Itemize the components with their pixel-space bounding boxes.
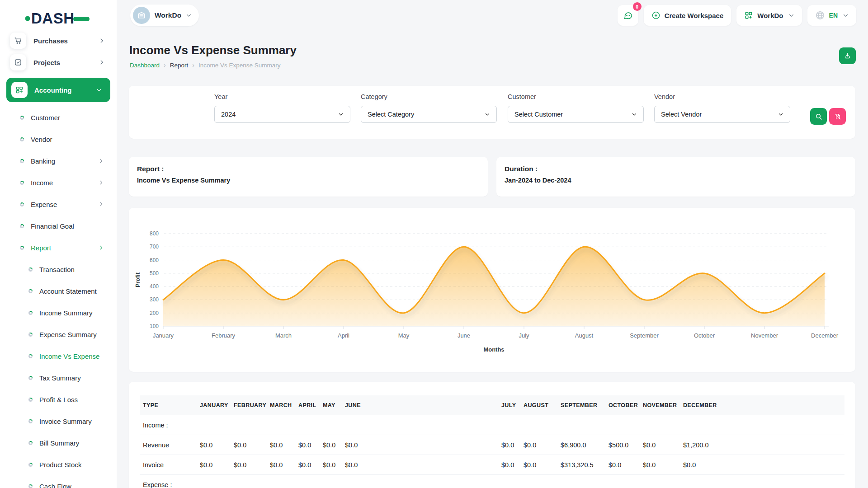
- sidebar-item-label: Purchases: [33, 37, 68, 45]
- table-col-header: MARCH: [267, 395, 295, 415]
- language-selector[interactable]: EN: [807, 5, 856, 26]
- messages-button[interactable]: 0: [618, 5, 638, 26]
- sidebar-item-bill-summary[interactable]: Bill Summary: [0, 432, 117, 454]
- breadcrumb: Dashboard › Report › Income Vs Expense S…: [130, 61, 281, 69]
- sidebar-item-expense[interactable]: Expense: [0, 193, 117, 215]
- bullet-icon: [28, 441, 33, 445]
- workspace-switcher[interactable]: WorkDo: [130, 5, 199, 26]
- customer-select[interactable]: Select Customer: [508, 106, 644, 123]
- bullet-icon: [20, 224, 24, 228]
- workspace-menu-button[interactable]: WorkDo: [736, 5, 802, 26]
- table-col-header: OCTOBER: [605, 395, 640, 415]
- chevron-down-icon: [631, 112, 637, 117]
- sidebar-item-projects[interactable]: Projects: [0, 52, 117, 73]
- reset-filter-button[interactable]: [829, 108, 846, 125]
- chevron-right-icon: [98, 158, 104, 164]
- apply-filter-button[interactable]: [810, 108, 827, 125]
- create-workspace-button[interactable]: Create Workspace: [644, 5, 731, 26]
- sidebar-item-label: Accounting: [34, 86, 72, 94]
- sidebar-item-label: Profit & Loss: [39, 396, 78, 404]
- duration-info-card: Duration : Jan-2024 to Dec-2024: [496, 157, 855, 197]
- filter-card: Year 2024 Category Select Category Custo…: [129, 86, 855, 139]
- sidebar-item-label: Financial Goal: [31, 222, 74, 230]
- sidebar-item-banking[interactable]: Banking: [0, 150, 117, 172]
- sidebar-item-income-vs-expense[interactable]: Income Vs Expense: [0, 345, 117, 367]
- table-col-header: DECEMBER: [680, 395, 844, 415]
- sidebar-item-tax-summary[interactable]: Tax Summary: [0, 367, 117, 389]
- chart-xlabel: Months: [483, 346, 504, 353]
- profit-area-chart: 100200300400500600700800JanuaryFebruaryM…: [129, 208, 855, 372]
- breadcrumb-report[interactable]: Report: [170, 62, 189, 69]
- tasks-icon: [10, 54, 26, 70]
- sidebar-item-income[interactable]: Income: [0, 172, 117, 193]
- chart-ylabel: Profit: [135, 272, 141, 287]
- sidebar-item-label: Income: [31, 179, 53, 187]
- svg-text:June: June: [458, 332, 470, 339]
- chevron-down-icon: [96, 87, 102, 93]
- bullet-icon: [28, 311, 33, 315]
- svg-text:October: October: [694, 332, 715, 339]
- table-col-header: MAY: [320, 395, 342, 415]
- sidebar-item-vendor[interactable]: Vendor: [0, 128, 117, 150]
- table-section-row: Income :: [140, 415, 844, 435]
- chat-icon: [623, 10, 633, 20]
- sidebar-item-label: Tax Summary: [39, 374, 81, 382]
- sidebar-item-cash-flow[interactable]: Cash Flow: [0, 475, 117, 488]
- sidebar-item-account-statement[interactable]: Account Statement: [0, 280, 117, 302]
- svg-text:December: December: [811, 332, 839, 339]
- chevron-down-icon: [778, 112, 784, 117]
- chevron-right-icon: [98, 201, 104, 207]
- table-section-row: Expense :: [140, 475, 844, 488]
- table-header: TYPEJANUARYFEBRUARYMARCHAPRILMAYJUNEJULY…: [140, 395, 844, 415]
- workspace-grid-icon: [744, 11, 753, 20]
- chevron-down-icon: [338, 112, 344, 117]
- download-icon: [844, 52, 851, 60]
- sidebar-item-label: Expense: [31, 201, 57, 208]
- app-logo[interactable]: DASH: [25, 10, 90, 27]
- clear-filter-icon: [834, 113, 841, 120]
- table-col-header: APRIL: [295, 395, 320, 415]
- year-select[interactable]: 2024: [214, 106, 350, 123]
- svg-text:600: 600: [150, 257, 159, 263]
- svg-text:September: September: [630, 332, 659, 339]
- svg-text:August: August: [575, 332, 594, 339]
- sidebar-item-customer[interactable]: Customer: [0, 107, 117, 128]
- summary-table-card: TYPEJANUARYFEBRUARYMARCHAPRILMAYJUNEJULY…: [129, 382, 855, 488]
- sidebar: DASH PurchasesProjectsAccountingCustomer…: [0, 0, 117, 488]
- bullet-icon: [20, 116, 24, 120]
- svg-text:500: 500: [150, 270, 159, 277]
- svg-text:800: 800: [150, 230, 159, 237]
- chevron-down-icon: [186, 13, 192, 19]
- globe-icon: [815, 10, 825, 20]
- sidebar-item-financial-goal[interactable]: Financial Goal: [0, 215, 117, 237]
- breadcrumb-dashboard[interactable]: Dashboard: [130, 62, 160, 69]
- vendor-select[interactable]: Select Vendor: [654, 106, 790, 123]
- report-card-value: Income Vs Expense Summary: [137, 177, 230, 184]
- customer-label: Customer: [508, 93, 644, 100]
- sidebar-item-report[interactable]: Report: [0, 237, 117, 258]
- bullet-icon: [20, 181, 24, 185]
- category-select[interactable]: Select Category: [361, 106, 497, 123]
- sidebar-item-purchases[interactable]: Purchases: [0, 30, 117, 52]
- svg-text:May: May: [398, 332, 410, 339]
- sidebar-item-profit-loss[interactable]: Profit & Loss: [0, 389, 117, 410]
- bullet-icon: [20, 246, 24, 250]
- sidebar-item-income-summary[interactable]: Income Summary: [0, 302, 117, 324]
- language-code: EN: [829, 12, 838, 19]
- search-icon: [815, 113, 822, 120]
- svg-text:November: November: [751, 332, 778, 339]
- sidebar-item-invoice-summary[interactable]: Invoice Summary: [0, 410, 117, 432]
- report-info-card: Report : Income Vs Expense Summary: [129, 157, 488, 197]
- sidebar-item-transaction[interactable]: Transaction: [0, 258, 117, 280]
- sidebar-item-label: Product Stock: [39, 461, 81, 469]
- bullet-icon: [28, 398, 33, 402]
- chevron-down-icon: [484, 112, 491, 117]
- download-report-button[interactable]: [839, 47, 856, 64]
- sidebar-nav: PurchasesProjectsAccountingCustomerVendo…: [0, 30, 117, 488]
- filter-category: Category Select Category: [361, 93, 497, 123]
- bullet-icon: [28, 289, 33, 293]
- sidebar-item-accounting[interactable]: Accounting: [6, 78, 110, 102]
- workspace-avatar-icon: [133, 7, 150, 24]
- sidebar-item-product-stock[interactable]: Product Stock: [0, 454, 117, 475]
- sidebar-item-expense-summary[interactable]: Expense Summary: [0, 324, 117, 345]
